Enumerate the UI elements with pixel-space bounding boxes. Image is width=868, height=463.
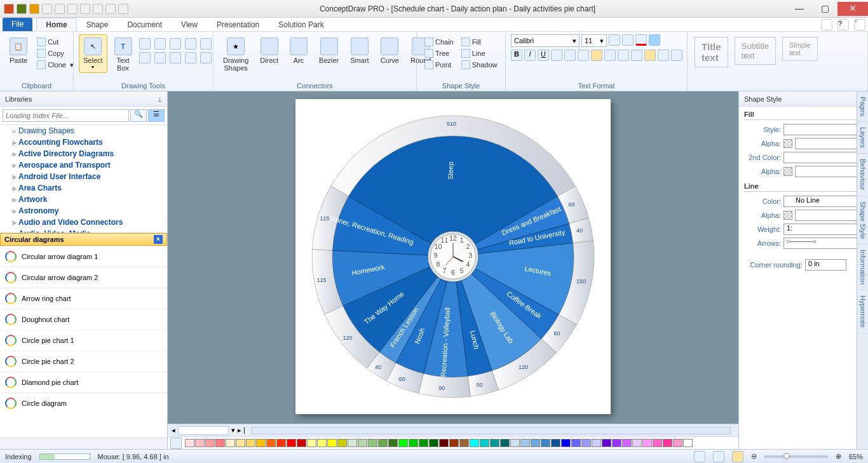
color-swatch[interactable] bbox=[551, 439, 560, 447]
zoom-in[interactable]: ⊕ bbox=[836, 452, 841, 460]
library-tree-node[interactable]: ▹Astronomy bbox=[0, 205, 167, 217]
line-color-select[interactable]: No Line▾ bbox=[783, 196, 863, 207]
color-swatch[interactable] bbox=[470, 439, 479, 447]
help-icon[interactable]: ? bbox=[837, 19, 849, 30]
color-swatch[interactable] bbox=[256, 439, 266, 447]
simple-text-style[interactable]: Simple text bbox=[782, 37, 818, 61]
settings-icon[interactable] bbox=[821, 19, 832, 30]
color-swatch[interactable] bbox=[266, 439, 276, 447]
zoom-out[interactable]: ⊖ bbox=[751, 452, 757, 460]
tab-presentation[interactable]: Presentation bbox=[207, 18, 269, 31]
color-swatch[interactable] bbox=[195, 439, 205, 447]
library-tree-node[interactable]: ▹Accounting Flowcharts bbox=[0, 137, 167, 148]
color-swatch[interactable] bbox=[368, 439, 377, 447]
hand-tool[interactable] bbox=[694, 451, 705, 462]
subtitle-text-style[interactable]: Subtitle text bbox=[735, 37, 776, 65]
qat-icon[interactable] bbox=[17, 4, 27, 14]
color-swatch[interactable] bbox=[510, 439, 520, 447]
shape-list-item[interactable]: Circle pie chart 1 bbox=[0, 330, 167, 351]
color-swatch[interactable] bbox=[236, 439, 245, 447]
color-swatch[interactable] bbox=[632, 439, 642, 447]
line-menu[interactable]: Line bbox=[459, 48, 500, 58]
drawing-shapes-button[interactable]: ★Drawing Shapes bbox=[219, 34, 253, 75]
font-shrink[interactable] bbox=[622, 34, 634, 46]
fill-style-select[interactable]: ▾ bbox=[783, 124, 863, 135]
horizontal-scrollbar[interactable] bbox=[0, 438, 167, 449]
tab-nav-prev[interactable]: ◂ bbox=[172, 426, 175, 434]
shape-list-item[interactable]: Circle diagram bbox=[0, 393, 167, 413]
color-swatch[interactable] bbox=[297, 439, 306, 447]
color-swatch[interactable] bbox=[215, 439, 225, 447]
qat-icon[interactable] bbox=[105, 4, 116, 14]
select-tool[interactable]: ↖Select▾ bbox=[79, 34, 107, 73]
color-swatch[interactable] bbox=[358, 439, 367, 447]
library-search-input[interactable] bbox=[3, 109, 129, 122]
draw-tool[interactable] bbox=[154, 38, 166, 50]
valign-top[interactable] bbox=[631, 50, 642, 61]
drawing-page[interactable]: SleepDress and BreakfastRoad to Universi… bbox=[295, 99, 611, 414]
color-swatch[interactable] bbox=[653, 439, 662, 447]
superscript[interactable] bbox=[551, 50, 562, 61]
draw-tool[interactable] bbox=[185, 38, 196, 50]
color-swatch[interactable] bbox=[571, 439, 581, 447]
highlight-color[interactable] bbox=[649, 34, 660, 46]
shape-list-item[interactable]: Circular arrow diagram 1 bbox=[0, 246, 167, 267]
library-tree-node[interactable]: ▹Artwork bbox=[0, 194, 167, 205]
right-tab[interactable]: Hypernote bbox=[858, 290, 868, 333]
color-swatch[interactable] bbox=[226, 439, 235, 447]
color-swatch[interactable] bbox=[663, 439, 672, 447]
color-swatch[interactable] bbox=[378, 439, 388, 447]
align-right[interactable] bbox=[604, 50, 616, 61]
page-tab[interactable] bbox=[178, 426, 229, 435]
valign-mid[interactable] bbox=[644, 50, 656, 61]
color-swatch[interactable] bbox=[449, 439, 459, 447]
color-swatch[interactable] bbox=[459, 439, 469, 447]
smart-connector[interactable]: Smart bbox=[346, 34, 373, 67]
bold-button[interactable]: B bbox=[511, 50, 522, 61]
color-swatch[interactable] bbox=[307, 439, 316, 447]
color-swatch[interactable] bbox=[683, 439, 693, 447]
color-swatch[interactable] bbox=[276, 439, 286, 447]
color-swatch[interactable] bbox=[287, 439, 296, 447]
subscript[interactable] bbox=[564, 50, 576, 61]
valign-bottom[interactable] bbox=[658, 50, 669, 61]
right-tab[interactable]: Pages bbox=[858, 91, 868, 122]
chain-mode[interactable]: Chain bbox=[422, 37, 456, 47]
horizontal-scrollbar[interactable] bbox=[252, 427, 731, 434]
library-tree-node[interactable]: ▹Area Charts bbox=[0, 182, 167, 194]
shape-list-item[interactable]: Arrow ring chart bbox=[0, 288, 167, 309]
font-color[interactable] bbox=[635, 34, 647, 46]
library-tree-node[interactable]: ▹Android User Interface bbox=[0, 171, 167, 182]
textbox-tool[interactable]: TText Box bbox=[110, 34, 137, 75]
color-swatch[interactable] bbox=[500, 439, 510, 447]
color-swatch[interactable] bbox=[409, 439, 418, 447]
draw-tool[interactable] bbox=[170, 38, 181, 50]
color-swatch[interactable] bbox=[185, 439, 194, 447]
zoom-area[interactable] bbox=[713, 451, 724, 462]
color-swatch[interactable] bbox=[480, 439, 489, 447]
tree-mode[interactable]: Tree bbox=[422, 48, 456, 58]
library-tree-node[interactable]: ▹Active Directory Diagrams bbox=[0, 148, 167, 159]
color-swatch[interactable] bbox=[317, 439, 327, 447]
tab-solution-park[interactable]: Solution Park bbox=[269, 18, 333, 31]
bezier-connector[interactable]: Bezier bbox=[315, 34, 343, 67]
clone-button[interactable]: Clone ▾ bbox=[34, 60, 76, 70]
second-color-select[interactable]: ▾ bbox=[783, 152, 863, 163]
color-swatch[interactable] bbox=[581, 439, 591, 447]
color-swatch[interactable] bbox=[673, 439, 682, 447]
qat-icon[interactable] bbox=[55, 4, 65, 14]
color-swatch[interactable] bbox=[327, 439, 337, 447]
right-tab[interactable]: Information bbox=[858, 245, 868, 290]
color-swatch[interactable] bbox=[429, 439, 438, 447]
tab-home[interactable]: Home bbox=[36, 18, 76, 31]
color-swatch[interactable] bbox=[541, 439, 550, 447]
pin-icon[interactable]: ⟂ bbox=[158, 95, 162, 103]
tab-document[interactable]: Document bbox=[118, 18, 172, 31]
copy-button[interactable]: Copy bbox=[34, 48, 76, 58]
arc-connector[interactable]: Arc bbox=[285, 34, 312, 67]
right-tab[interactable]: Shape Style bbox=[858, 196, 868, 245]
color-swatch[interactable] bbox=[337, 439, 347, 447]
cut-button[interactable]: Cut bbox=[34, 37, 76, 47]
corner-rounding-input[interactable]: 0 in bbox=[805, 259, 846, 271]
tab-view[interactable]: View bbox=[172, 18, 207, 31]
